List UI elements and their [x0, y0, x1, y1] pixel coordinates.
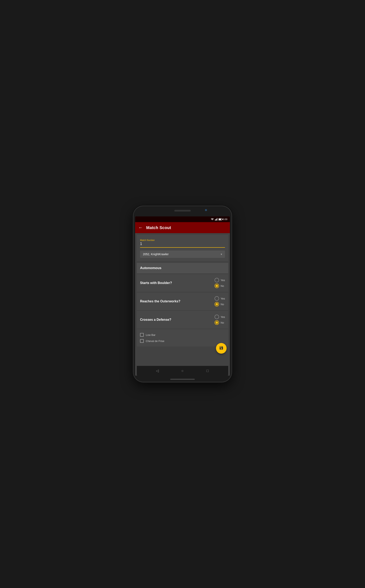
match-number-card: Match Number 1 2052, KnightKrawler ▾: [137, 235, 228, 261]
status-bar: 6:00: [135, 217, 230, 222]
content-area: Match Number 1 2052, KnightKrawler ▾ Aut…: [135, 233, 230, 366]
nav-back-button[interactable]: ◁: [154, 367, 161, 374]
battery-fill: [219, 219, 221, 220]
status-time: 6:00: [223, 218, 227, 221]
back-button[interactable]: ←: [138, 225, 143, 230]
crosses-defense-card: Crosses a Defense? Yes No: [137, 311, 228, 329]
phone-speaker: [174, 210, 191, 211]
cheval-de-frise-checkbox[interactable]: [140, 339, 144, 343]
match-number-input[interactable]: 1: [140, 242, 225, 248]
reaches-outerworks-no-label: No: [221, 303, 224, 306]
app-title: Match Scout: [146, 225, 171, 230]
starts-with-boulder-no[interactable]: No: [215, 284, 224, 288]
reaches-outerworks-no[interactable]: No: [215, 302, 224, 307]
svg-rect-1: [216, 219, 216, 221]
crosses-defense-yes-label: Yes: [221, 315, 225, 319]
reaches-outerworks-yes[interactable]: Yes: [215, 296, 225, 301]
svg-rect-3: [217, 218, 218, 221]
nav-recent-button[interactable]: □: [204, 367, 211, 374]
crosses-defense-yes[interactable]: Yes: [215, 315, 225, 319]
defense-options-card: Low Bar Cheval de Frise: [137, 329, 228, 346]
crosses-defense-options: Yes No: [215, 315, 225, 325]
autonomous-title: Autonomous: [140, 266, 161, 270]
signal-icon: [215, 218, 218, 221]
reaches-outerworks-no-radio[interactable]: [215, 302, 219, 307]
crosses-defense-no-radio[interactable]: [215, 320, 219, 325]
dropdown-arrow-icon: ▾: [221, 252, 222, 256]
nav-bar: ◁ ○ □: [137, 366, 228, 376]
battery-icon: [218, 218, 222, 221]
cheval-de-frise-checkbox-item[interactable]: Cheval de Frise: [140, 339, 225, 343]
low-bar-checkbox[interactable]: [140, 333, 144, 337]
low-bar-label: Low Bar: [146, 333, 155, 336]
crosses-defense-yes-radio[interactable]: [215, 315, 219, 319]
status-icons: 6:00: [211, 218, 227, 221]
match-number-label: Match Number: [140, 239, 155, 241]
team-dropdown[interactable]: 2052, KnightKrawler ▾: [140, 251, 225, 258]
starts-with-boulder-card: Starts with Boulder? Yes No: [137, 274, 228, 292]
starts-with-boulder-options: Yes No: [215, 278, 225, 288]
reaches-outerworks-yes-label: Yes: [221, 297, 225, 300]
crosses-defense-no[interactable]: No: [215, 320, 224, 325]
phone-camera: [205, 209, 207, 211]
cheval-de-frise-label: Cheval de Frise: [146, 340, 164, 343]
svg-rect-0: [215, 220, 215, 221]
low-bar-checkbox-item[interactable]: Low Bar: [140, 333, 225, 337]
svg-rect-2: [216, 219, 217, 221]
team-dropdown-value: 2052, KnightKrawler: [143, 252, 168, 256]
starts-with-boulder-label: Starts with Boulder?: [140, 281, 215, 285]
nav-home-button[interactable]: ○: [179, 367, 186, 374]
autonomous-section-header: Autonomous: [137, 263, 228, 273]
starts-with-boulder-yes[interactable]: Yes: [215, 278, 225, 282]
starts-with-boulder-yes-label: Yes: [221, 279, 225, 282]
reaches-outerworks-yes-radio[interactable]: [215, 296, 219, 301]
save-fab-icon: [219, 346, 224, 351]
starts-with-boulder-no-radio[interactable]: [215, 284, 219, 288]
crosses-defense-label: Crosses a Defense?: [140, 318, 215, 322]
wifi-icon: [211, 218, 214, 221]
starts-with-boulder-yes-radio[interactable]: [215, 278, 219, 282]
reaches-outerworks-options: Yes No: [215, 296, 225, 307]
crosses-defense-no-label: No: [221, 321, 224, 324]
phone-screen: 6:00 ← Match Scout Match Number 1 2052, …: [135, 217, 230, 376]
phone-bottom-bar: [170, 379, 195, 380]
reaches-outerworks-card: Reaches the Outerworks? Yes No: [137, 293, 228, 310]
starts-with-boulder-no-label: No: [221, 284, 224, 287]
reaches-outerworks-label: Reaches the Outerworks?: [140, 300, 215, 303]
save-fab-button[interactable]: [216, 343, 227, 354]
phone-frame: 6:00 ← Match Scout Match Number 1 2052, …: [133, 206, 232, 382]
app-bar: ← Match Scout: [135, 222, 230, 233]
